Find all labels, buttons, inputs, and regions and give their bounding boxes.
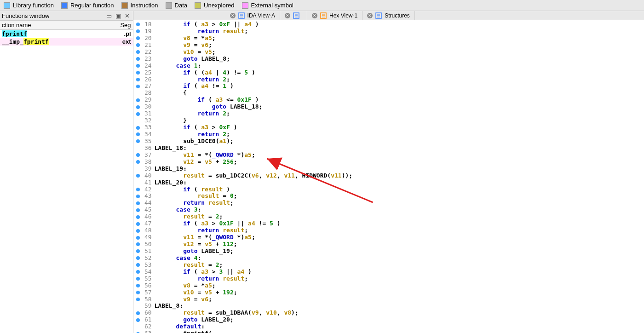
breakpoint-dot-icon[interactable] xyxy=(136,43,140,47)
panel-min-icon[interactable]: ▣ xyxy=(115,12,122,19)
breakpoint-dot-icon[interactable] xyxy=(136,105,140,109)
col-segment[interactable]: Seg xyxy=(115,21,133,29)
breakpoint-dot-icon[interactable] xyxy=(136,153,140,157)
breakpoint-dot-icon[interactable] xyxy=(136,263,140,267)
code-line[interactable]: 35 sub_1DCE0(a1); xyxy=(133,138,644,145)
breakpoint-dot-icon[interactable] xyxy=(136,249,140,253)
code-line[interactable]: 28 { xyxy=(133,90,644,97)
breakpoint-dot-icon[interactable] xyxy=(136,85,140,88)
code-line[interactable]: 26 return 2; xyxy=(133,76,644,83)
code-line[interactable]: 46 result = 2; xyxy=(133,213,644,220)
breakpoint-dot-icon[interactable] xyxy=(136,195,140,198)
code-line[interactable]: 51 goto LABEL_19; xyxy=(133,248,644,255)
panel-close-icon[interactable]: ✕ xyxy=(124,12,131,19)
functions-list[interactable]: fprintf.pl__imp_fprintfext xyxy=(0,30,133,333)
code-line[interactable]: 58 v9 = v6; xyxy=(133,296,644,303)
breakpoint-dot-icon[interactable] xyxy=(136,201,140,205)
breakpoint-dot-icon[interactable] xyxy=(136,242,140,246)
breakpoint-dot-icon[interactable] xyxy=(136,229,140,233)
code-line[interactable]: 42 if ( result ) xyxy=(133,186,644,193)
breakpoint-dot-icon[interactable] xyxy=(136,215,140,219)
code-line[interactable]: 52 case 4: xyxy=(133,255,644,262)
breakpoint-dot-icon[interactable] xyxy=(136,64,140,68)
breakpoint-dot-icon[interactable] xyxy=(136,23,140,26)
code-line[interactable]: 22 v10 = v5; xyxy=(133,49,644,56)
breakpoint-dot-icon[interactable] xyxy=(136,236,140,240)
breakpoint-dot-icon[interactable] xyxy=(136,126,140,130)
function-row[interactable]: __imp_fprintfext xyxy=(0,38,133,46)
breakpoint-dot-icon[interactable] xyxy=(136,78,140,81)
breakpoint-dot-icon[interactable] xyxy=(136,311,140,315)
tab-close-icon[interactable]: ✕ xyxy=(312,13,317,18)
code-line[interactable]: 44 return result; xyxy=(133,200,644,207)
code-line[interactable]: 31 return 2; xyxy=(133,110,644,117)
code-line[interactable]: 38 v12 = v5 + 256; xyxy=(133,159,644,166)
view-tab[interactable]: ✕IDA View-A xyxy=(225,11,280,20)
breakpoint-dot-icon[interactable] xyxy=(136,188,140,191)
code-line[interactable]: 29 if ( a3 <= 0x1F ) xyxy=(133,97,644,103)
code-line[interactable]: 40 result = sub_1DC2C(v6, v12, v11, HIDW… xyxy=(133,172,644,179)
code-line[interactable]: 27 if ( a4 != 1 ) xyxy=(133,83,644,90)
code-line[interactable]: 56 v8 = *a5; xyxy=(133,282,644,289)
code-line[interactable]: 24 case 1: xyxy=(133,63,644,69)
code-line[interactable]: 21 v9 = v6; xyxy=(133,42,644,49)
breakpoint-dot-icon[interactable] xyxy=(136,270,140,274)
code-line[interactable]: 62 default: xyxy=(133,323,644,330)
code-line[interactable]: 23 goto LABEL_8; xyxy=(133,56,644,63)
breakpoint-dot-icon[interactable] xyxy=(136,298,140,301)
breakpoint-dot-icon[interactable] xyxy=(136,222,140,226)
code-line[interactable]: 55 return result; xyxy=(133,276,644,282)
tab-close-icon[interactable]: ✕ xyxy=(367,13,373,18)
code-line[interactable]: 30 goto LABEL_18; xyxy=(133,103,644,110)
breakpoint-dot-icon[interactable] xyxy=(136,284,140,287)
code-line[interactable]: 33 if ( a3 > 0xF ) xyxy=(133,124,644,131)
code-line[interactable]: 60 result = sub_1DBAA(v9, v10, v8); xyxy=(133,310,644,316)
code-line[interactable]: 18 if ( a3 > 0xF || a4 ) xyxy=(133,21,644,28)
code-line[interactable]: 45 case 3: xyxy=(133,207,644,213)
breakpoint-dot-icon[interactable] xyxy=(136,29,140,33)
code-line[interactable]: 43 result = 0; xyxy=(133,193,644,200)
code-line[interactable]: 20 v8 = *a5; xyxy=(133,35,644,42)
breakpoint-dot-icon[interactable] xyxy=(136,174,140,178)
code-line[interactable]: 34 return 2; xyxy=(133,131,644,138)
view-tab[interactable]: ✕ xyxy=(280,11,307,20)
code-line[interactable]: 36LABEL_18: xyxy=(133,145,644,152)
code-line[interactable]: 53 result = 2; xyxy=(133,262,644,269)
code-line[interactable]: 49 v11 = *(_QWORD *)a5; xyxy=(133,234,644,241)
breakpoint-dot-icon[interactable] xyxy=(136,256,140,260)
panel-restore-icon[interactable]: ▭ xyxy=(105,12,113,19)
breakpoint-dot-icon[interactable] xyxy=(136,132,140,136)
breakpoint-dot-icon[interactable] xyxy=(136,112,140,116)
function-row[interactable]: fprintf.pl xyxy=(0,30,133,38)
code-line[interactable]: 39LABEL_19: xyxy=(133,166,644,172)
code-line[interactable]: 41LABEL_20: xyxy=(133,179,644,186)
tab-close-icon[interactable]: ✕ xyxy=(285,13,290,18)
code-line[interactable]: 25 if ( (a4 | 4) != 5 ) xyxy=(133,69,644,76)
breakpoint-dot-icon[interactable] xyxy=(136,50,140,54)
breakpoint-dot-icon[interactable] xyxy=(136,208,140,212)
breakpoint-dot-icon[interactable] xyxy=(136,57,140,61)
breakpoint-dot-icon[interactable] xyxy=(136,71,140,75)
code-line[interactable]: 48 return result; xyxy=(133,227,644,234)
code-line[interactable]: 32 } xyxy=(133,117,644,124)
code-line[interactable]: 47 if ( a3 > 0x1F || a4 != 5 ) xyxy=(133,220,644,227)
tab-close-icon[interactable]: ✕ xyxy=(230,13,236,18)
code-line[interactable]: 57 v10 = v5 + 192; xyxy=(133,289,644,296)
code-line[interactable]: 54 if ( a3 > 3 || a4 ) xyxy=(133,269,644,276)
breakpoint-dot-icon[interactable] xyxy=(136,36,140,40)
col-function-name[interactable]: ction name xyxy=(0,21,115,29)
breakpoint-dot-icon[interactable] xyxy=(136,318,140,322)
code-line[interactable]: 50 v12 = v5 + 112; xyxy=(133,241,644,248)
breakpoint-dot-icon[interactable] xyxy=(136,160,140,164)
code-line[interactable]: 37 v11 = *(_QWORD *)a5; xyxy=(133,152,644,159)
view-tab[interactable]: ✕Structures xyxy=(362,11,415,20)
code-area[interactable]: 18 if ( a3 > 0xF || a4 )19 return result… xyxy=(133,20,644,333)
view-tab[interactable]: ✕Hex View-1 xyxy=(307,11,362,20)
breakpoint-dot-icon[interactable] xyxy=(136,98,140,102)
code-line[interactable]: 59LABEL_8: xyxy=(133,303,644,310)
code-line[interactable]: 61 goto LABEL_20; xyxy=(133,316,644,323)
breakpoint-dot-icon[interactable] xyxy=(136,291,140,294)
code-line[interactable]: 19 return result; xyxy=(133,28,644,35)
breakpoint-dot-icon[interactable] xyxy=(136,139,140,143)
code-line[interactable]: 63 fprintf( xyxy=(133,330,644,333)
